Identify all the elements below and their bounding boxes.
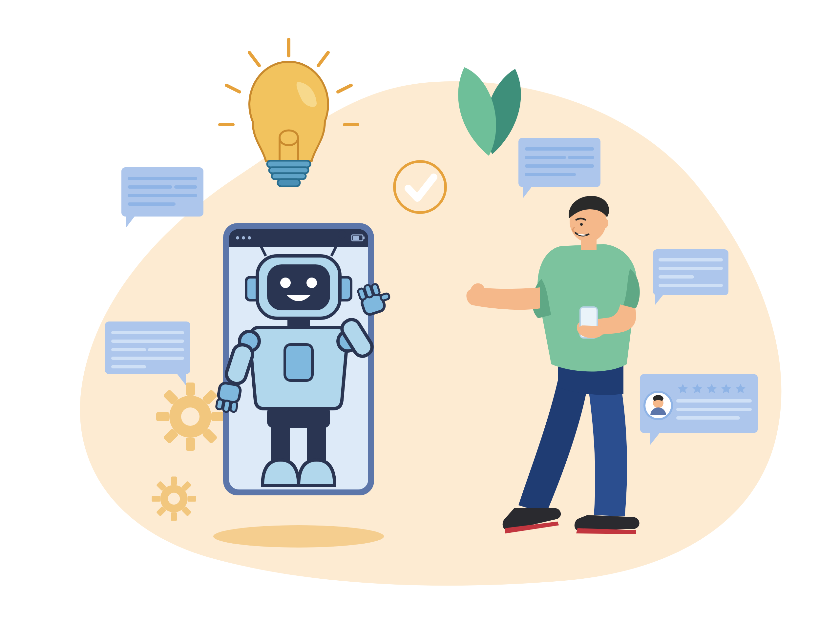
svg-point-36	[236, 236, 239, 239]
svg-rect-2	[186, 438, 195, 451]
shadow-ellipse	[213, 525, 384, 547]
svg-rect-3	[211, 412, 224, 421]
svg-line-21	[249, 52, 259, 66]
svg-rect-69	[380, 293, 390, 301]
svg-point-19	[168, 493, 180, 505]
chatbot-illustration	[0, 0, 840, 622]
svg-point-74	[580, 223, 583, 226]
svg-rect-35	[229, 239, 368, 247]
svg-rect-55	[271, 427, 290, 463]
svg-rect-53	[285, 345, 313, 381]
svg-rect-28	[269, 167, 308, 173]
svg-rect-14	[152, 496, 160, 502]
svg-rect-40	[363, 236, 364, 239]
svg-point-45	[338, 230, 346, 238]
svg-rect-30	[277, 179, 300, 186]
svg-rect-4	[156, 412, 169, 421]
svg-rect-13	[188, 496, 196, 502]
svg-rect-88	[518, 138, 601, 187]
svg-point-44	[252, 230, 259, 238]
svg-point-73	[601, 218, 608, 228]
svg-rect-54	[267, 407, 330, 428]
svg-line-24	[338, 85, 351, 92]
svg-rect-60	[216, 399, 223, 410]
svg-rect-62	[230, 401, 238, 412]
svg-point-50	[280, 277, 291, 288]
svg-point-37	[242, 236, 245, 239]
svg-point-31	[395, 162, 445, 213]
svg-rect-75	[121, 167, 203, 216]
svg-rect-94	[653, 249, 729, 295]
svg-rect-12	[171, 512, 177, 521]
svg-rect-49	[267, 264, 330, 310]
svg-line-22	[318, 52, 328, 66]
svg-rect-56	[307, 427, 326, 463]
review-avatar-icon	[645, 392, 672, 419]
svg-rect-61	[223, 400, 231, 412]
svg-rect-41	[353, 236, 359, 240]
svg-point-9	[181, 407, 200, 426]
checkmark-badge-icon	[395, 162, 445, 213]
svg-rect-1	[186, 383, 195, 396]
svg-rect-27	[267, 161, 310, 167]
svg-line-23	[226, 85, 239, 92]
svg-rect-29	[272, 173, 306, 179]
svg-point-38	[248, 236, 251, 239]
svg-rect-11	[171, 476, 177, 485]
svg-point-51	[306, 277, 317, 288]
